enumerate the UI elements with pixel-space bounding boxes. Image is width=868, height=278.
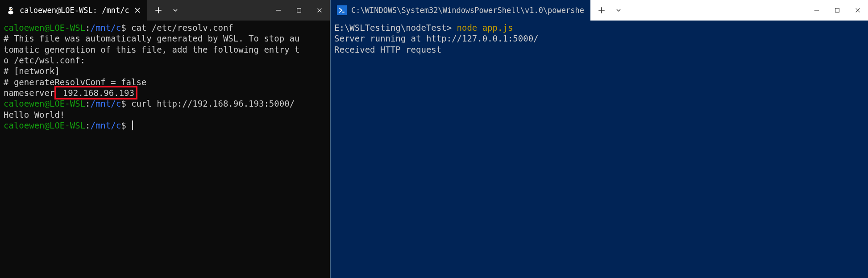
powershell-window: C:\WINDOWS\System32\WindowsPowerShell\v1…	[331, 0, 868, 278]
prompt-user: caloewen@LOE-WSL	[4, 120, 85, 130]
dropdown-button[interactable]	[167, 0, 184, 21]
svg-point-3	[11, 8, 12, 9]
prompt-path: /mnt/c	[90, 120, 121, 130]
text-cursor	[132, 120, 133, 130]
titlebar-left: caloewen@LOE-WSL: /mnt/c	[0, 0, 330, 21]
output-line: Hello World!	[4, 110, 65, 120]
svg-point-2	[9, 8, 10, 9]
tab-powershell[interactable]: C:\WINDOWS\System32\WindowsPowerShell\v1…	[331, 0, 590, 21]
terminal-body-ps[interactable]: E:\WSLTesting\nodeTest> node app.js Serv…	[331, 21, 868, 278]
tab-controls-right	[593, 0, 627, 21]
prompt-colon: :	[85, 23, 90, 33]
titlebar-right: C:\WINDOWS\System32\WindowsPowerShell\v1…	[331, 0, 868, 21]
output-line: # This file was automatically generated …	[4, 33, 299, 43]
prompt-colon: :	[85, 120, 90, 130]
dropdown-button[interactable]	[610, 0, 627, 21]
output-line: # [network]	[4, 66, 60, 76]
powershell-icon	[337, 5, 347, 15]
command-text: curl http://192.168.96.193:5000/	[126, 99, 295, 108]
output-line: o /etc/wsl.conf:	[4, 55, 85, 65]
output-line: tomatic generation of this file, add the…	[4, 45, 299, 54]
output-line: Server running at http://127.0.0.1:5000/	[334, 33, 539, 43]
tab-title: caloewen@LOE-WSL: /mnt/c	[20, 6, 129, 15]
tab-wsl[interactable]: caloewen@LOE-WSL: /mnt/c	[0, 0, 147, 21]
new-tab-button[interactable]	[150, 0, 167, 21]
close-window-button[interactable]	[847, 0, 868, 21]
prompt-dollar: $	[121, 23, 126, 33]
prompt-dollar: $	[121, 99, 126, 108]
svg-rect-6	[835, 8, 839, 12]
prompt-user: caloewen@LOE-WSL	[4, 99, 85, 108]
minimize-button[interactable]	[268, 0, 289, 21]
terminal-body-wsl[interactable]: caloewen@LOE-WSL:/mnt/c$ cat /etc/resolv…	[0, 21, 330, 278]
minimize-button[interactable]	[806, 0, 827, 21]
tab-controls-left	[150, 0, 184, 21]
window-controls-left	[268, 0, 330, 21]
prompt-dollar: $	[121, 120, 126, 130]
new-tab-button[interactable]	[593, 0, 610, 21]
prompt-colon: :	[85, 99, 90, 108]
tab-title: C:\WINDOWS\System32\WindowsPowerShell\v1…	[351, 6, 584, 15]
close-icon[interactable]	[134, 7, 141, 14]
maximize-button[interactable]	[289, 0, 309, 21]
prompt-path: /mnt/c	[90, 99, 121, 108]
nameserver-label: nameserver	[4, 88, 54, 98]
prompt-path: E:\WSLTesting\nodeTest>	[334, 23, 452, 33]
svg-point-1	[8, 11, 13, 14]
maximize-button[interactable]	[827, 0, 847, 21]
highlighted-ip: 192.168.96.193	[54, 86, 137, 100]
svg-rect-4	[297, 8, 301, 12]
wsl-terminal-window: caloewen@LOE-WSL: /mnt/c caloewe	[0, 0, 331, 278]
command-text: node app.js	[452, 23, 513, 33]
close-window-button[interactable]	[309, 0, 330, 21]
command-text: cat /etc/resolv.conf	[126, 23, 233, 33]
output-line: Received HTTP request	[334, 45, 441, 54]
linux-icon	[6, 6, 15, 15]
output-line: # generateResolvConf = false	[4, 77, 146, 87]
prompt-user: caloewen@LOE-WSL	[4, 23, 85, 33]
prompt-path: /mnt/c	[90, 23, 121, 33]
window-controls-right	[806, 0, 868, 21]
